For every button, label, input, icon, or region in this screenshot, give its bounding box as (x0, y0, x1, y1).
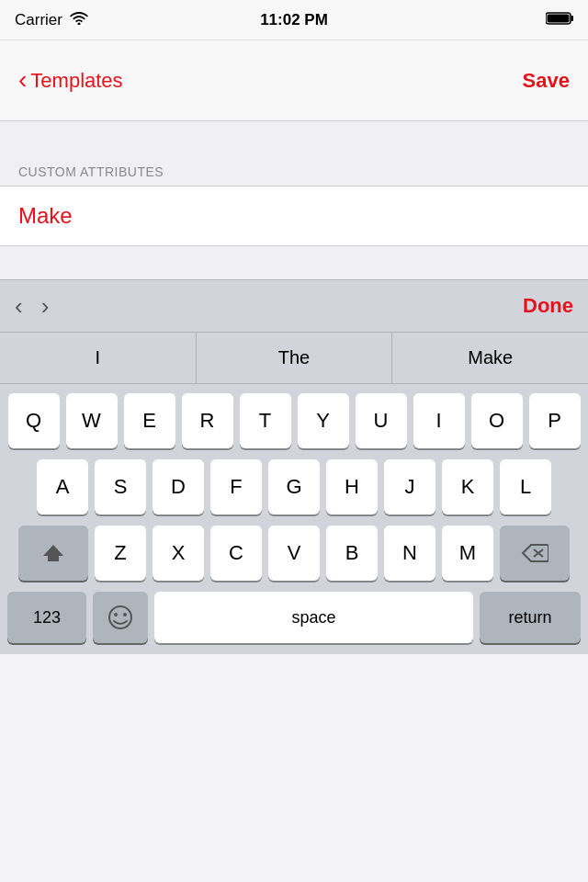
key-b[interactable]: B (326, 526, 378, 581)
key-e[interactable]: E (124, 393, 175, 448)
key-v[interactable]: V (268, 526, 320, 581)
key-f[interactable]: F (210, 459, 262, 514)
status-bar: Carrier 11:02 PM (0, 0, 588, 40)
save-button[interactable]: Save (523, 69, 570, 93)
section-gap-middle (0, 246, 588, 279)
toolbar-prev-button[interactable]: ‹ (15, 294, 23, 318)
key-row-2: A S D F G H J K L (4, 459, 584, 514)
svg-rect-3 (548, 14, 570, 22)
key-y[interactable]: Y (298, 393, 349, 448)
key-k[interactable]: K (442, 459, 493, 514)
key-o[interactable]: O (471, 393, 523, 448)
key-c[interactable]: C (210, 526, 262, 581)
return-key[interactable]: return (480, 592, 581, 643)
autocomplete-item-2[interactable]: Make (392, 333, 588, 383)
numbers-key[interactable]: 123 (7, 592, 86, 643)
back-chevron-icon: ‹ (18, 67, 27, 93)
autocomplete-item-0[interactable]: I (0, 333, 197, 383)
autocomplete-text-0: I (96, 347, 101, 368)
toolbar-nav: ‹ › (15, 294, 49, 318)
key-r[interactable]: R (182, 393, 233, 448)
keyboard-toolbar: ‹ › Done (0, 279, 588, 333)
autocomplete-item-1[interactable]: The (197, 333, 393, 383)
key-g[interactable]: G (268, 459, 320, 514)
key-x[interactable]: X (153, 526, 204, 581)
key-t[interactable]: T (240, 393, 291, 448)
autocomplete-text-1: The (278, 347, 310, 368)
key-d[interactable]: D (153, 459, 204, 514)
key-n[interactable]: N (384, 526, 435, 581)
svg-marker-4 (43, 545, 63, 561)
backspace-key[interactable] (500, 526, 570, 581)
key-m[interactable]: M (442, 526, 493, 581)
wifi-icon (70, 10, 88, 29)
key-w[interactable]: W (66, 393, 118, 448)
shift-key[interactable] (18, 526, 88, 581)
attributes-list: Make (0, 186, 588, 246)
emoji-key[interactable] (93, 592, 148, 643)
numbers-label: 123 (33, 608, 61, 628)
key-row-3: Z X C V B N M (4, 526, 584, 581)
svg-point-7 (109, 606, 131, 628)
make-item[interactable]: Make (0, 187, 588, 245)
key-u[interactable]: U (356, 393, 407, 448)
space-key[interactable]: space (154, 592, 473, 643)
key-row-1: Q W E R T Y U I O P (4, 393, 584, 448)
status-time: 11:02 PM (260, 11, 328, 29)
svg-point-8 (114, 613, 118, 616)
carrier-label: Carrier (15, 11, 62, 29)
back-button[interactable]: ‹ Templates (18, 69, 123, 93)
nav-bar: ‹ Templates Save (0, 40, 588, 121)
key-h[interactable]: H (326, 459, 378, 514)
back-label: Templates (30, 69, 122, 93)
toolbar-next-button[interactable]: › (41, 294, 50, 318)
key-z[interactable]: Z (95, 526, 146, 581)
space-label: space (291, 608, 335, 628)
svg-point-9 (123, 613, 127, 616)
return-label: return (508, 608, 551, 628)
key-l[interactable]: L (500, 459, 551, 514)
section-gap-top (0, 121, 588, 154)
autocomplete-bar: I The Make (0, 333, 588, 384)
section-header: CUSTOM ATTRIBUTES (0, 154, 588, 186)
autocomplete-text-2: Make (468, 347, 513, 368)
key-s[interactable]: S (95, 459, 146, 514)
battery-icon (546, 11, 573, 29)
keyboard: Q W E R T Y U I O P A S D F G H J K L Z … (0, 384, 588, 654)
key-p[interactable]: P (529, 393, 581, 448)
custom-attributes-label: CUSTOM ATTRIBUTES (18, 164, 164, 179)
key-row-4: 123 space return (4, 592, 584, 643)
done-button[interactable]: Done (523, 294, 573, 318)
key-a[interactable]: A (37, 459, 88, 514)
key-q[interactable]: Q (8, 393, 60, 448)
svg-rect-2 (571, 16, 574, 21)
key-j[interactable]: J (384, 459, 435, 514)
key-i[interactable]: I (413, 393, 465, 448)
svg-point-0 (77, 23, 80, 26)
